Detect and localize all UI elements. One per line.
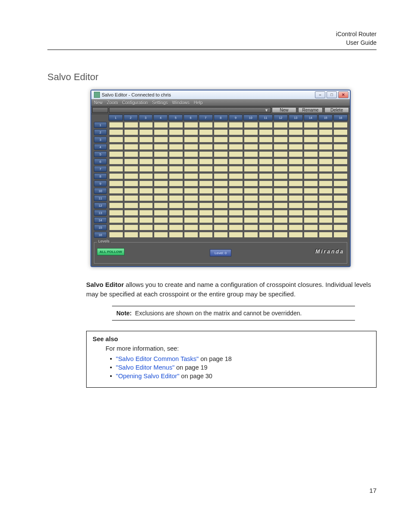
crosspoint-cell[interactable] [333, 166, 348, 172]
rename-button[interactable]: Rename [298, 107, 323, 113]
crosspoint-cell[interactable] [199, 151, 213, 157]
grid-row-header[interactable]: 7 [94, 166, 107, 172]
crosspoint-cell[interactable] [259, 144, 273, 150]
crosspoint-cell[interactable] [304, 151, 318, 157]
grid-row-header[interactable]: 14 [94, 217, 107, 223]
crosspoint-cell[interactable] [289, 202, 303, 208]
crosspoint-cell[interactable] [289, 144, 303, 150]
crosspoint-cell[interactable] [184, 151, 198, 157]
grid-column-header[interactable]: 13 [289, 115, 303, 121]
crosspoint-cell[interactable] [229, 166, 243, 172]
crosspoint-cell[interactable] [199, 202, 213, 208]
crosspoint-cell[interactable] [214, 224, 228, 230]
crosspoint-cell[interactable] [109, 210, 123, 216]
crosspoint-cell[interactable] [184, 202, 198, 208]
crosspoint-cell[interactable] [274, 232, 288, 238]
crosspoint-cell[interactable] [109, 159, 123, 165]
crosspoint-cell[interactable] [109, 144, 123, 150]
grid-column-header[interactable]: 7 [199, 115, 213, 121]
crosspoint-cell[interactable] [274, 144, 288, 150]
crosspoint-cell[interactable] [169, 224, 183, 230]
crosspoint-cell[interactable] [244, 159, 258, 165]
salvo-dropdown[interactable]: ▼ [109, 107, 271, 113]
crosspoint-cell[interactable] [304, 137, 318, 143]
crosspoint-cell[interactable] [304, 159, 318, 165]
crosspoint-cell[interactable] [333, 137, 348, 143]
crosspoint-cell[interactable] [289, 159, 303, 165]
minimize-button[interactable]: – [315, 91, 325, 98]
crosspoint-cell[interactable] [139, 202, 153, 208]
crosspoint-cell[interactable] [333, 210, 348, 216]
crosspoint-cell[interactable] [259, 232, 273, 238]
grid-row-header[interactable]: 6 [94, 159, 107, 165]
crosspoint-cell[interactable] [139, 166, 153, 172]
crosspoint-cell[interactable] [274, 224, 288, 230]
crosspoint-cell[interactable] [304, 217, 318, 223]
crosspoint-cell[interactable] [154, 137, 168, 143]
crosspoint-cell[interactable] [274, 129, 288, 135]
crosspoint-cell[interactable] [304, 144, 318, 150]
crosspoint-cell[interactable] [229, 137, 243, 143]
crosspoint-cell[interactable] [259, 166, 273, 172]
crosspoint-cell[interactable] [154, 122, 168, 128]
crosspoint-cell[interactable] [139, 137, 153, 143]
crosspoint-cell[interactable] [244, 188, 258, 194]
menu-new[interactable]: New [94, 100, 103, 105]
crosspoint-cell[interactable] [319, 129, 333, 135]
crosspoint-cell[interactable] [259, 217, 273, 223]
crosspoint-cell[interactable] [244, 166, 258, 172]
crosspoint-cell[interactable] [259, 202, 273, 208]
crosspoint-cell[interactable] [319, 195, 333, 201]
grid-column-header[interactable]: 16 [333, 115, 348, 121]
crosspoint-cell[interactable] [229, 202, 243, 208]
crosspoint-cell[interactable] [214, 188, 228, 194]
crosspoint-cell[interactable] [124, 173, 138, 179]
crosspoint-cell[interactable] [229, 173, 243, 179]
crosspoint-cell[interactable] [124, 137, 138, 143]
crosspoint-cell[interactable] [139, 159, 153, 165]
crosspoint-cell[interactable] [139, 173, 153, 179]
grid-column-header[interactable]: 6 [184, 115, 198, 121]
crosspoint-cell[interactable] [333, 159, 348, 165]
crosspoint-cell[interactable] [139, 144, 153, 150]
crosspoint-cell[interactable] [333, 188, 348, 194]
crosspoint-cell[interactable] [109, 173, 123, 179]
crosspoint-cell[interactable] [304, 180, 318, 187]
crosspoint-cell[interactable] [124, 232, 138, 238]
crosspoint-cell[interactable] [333, 144, 348, 150]
crosspoint-cell[interactable] [259, 210, 273, 216]
crosspoint-cell[interactable] [274, 122, 288, 128]
crosspoint-cell[interactable] [289, 122, 303, 128]
crosspoint-cell[interactable] [229, 122, 243, 128]
crosspoint-cell[interactable] [199, 129, 213, 135]
crosspoint-cell[interactable] [289, 180, 303, 187]
crosspoint-cell[interactable] [229, 210, 243, 216]
grid-row-header[interactable]: 4 [94, 144, 107, 150]
crosspoint-cell[interactable] [184, 122, 198, 128]
crosspoint-cell[interactable] [333, 151, 348, 157]
crosspoint-cell[interactable] [124, 202, 138, 208]
crosspoint-cell[interactable] [259, 129, 273, 135]
crosspoint-cell[interactable] [109, 151, 123, 157]
grid-row-header[interactable]: 10 [94, 188, 107, 194]
crosspoint-cell[interactable] [319, 173, 333, 179]
crosspoint-cell[interactable] [229, 195, 243, 201]
crosspoint-cell[interactable] [199, 210, 213, 216]
crosspoint-cell[interactable] [244, 173, 258, 179]
crosspoint-cell[interactable] [169, 195, 183, 201]
crosspoint-cell[interactable] [154, 202, 168, 208]
crosspoint-cell[interactable] [289, 224, 303, 230]
crosspoint-cell[interactable] [289, 232, 303, 238]
crosspoint-cell[interactable] [259, 151, 273, 157]
crosspoint-cell[interactable] [184, 144, 198, 150]
crosspoint-cell[interactable] [124, 166, 138, 172]
crosspoint-cell[interactable] [184, 173, 198, 179]
crosspoint-cell[interactable] [184, 188, 198, 194]
link-salvo-common-tasks[interactable]: "Salvo Editor Common Tasks" [116, 355, 199, 362]
menu-help[interactable]: Help [194, 100, 203, 105]
crosspoint-cell[interactable] [184, 210, 198, 216]
grid-row-header[interactable]: 1 [94, 122, 107, 128]
crosspoint-cell[interactable] [199, 144, 213, 150]
crosspoint-cell[interactable] [169, 144, 183, 150]
crosspoint-cell[interactable] [319, 232, 333, 238]
